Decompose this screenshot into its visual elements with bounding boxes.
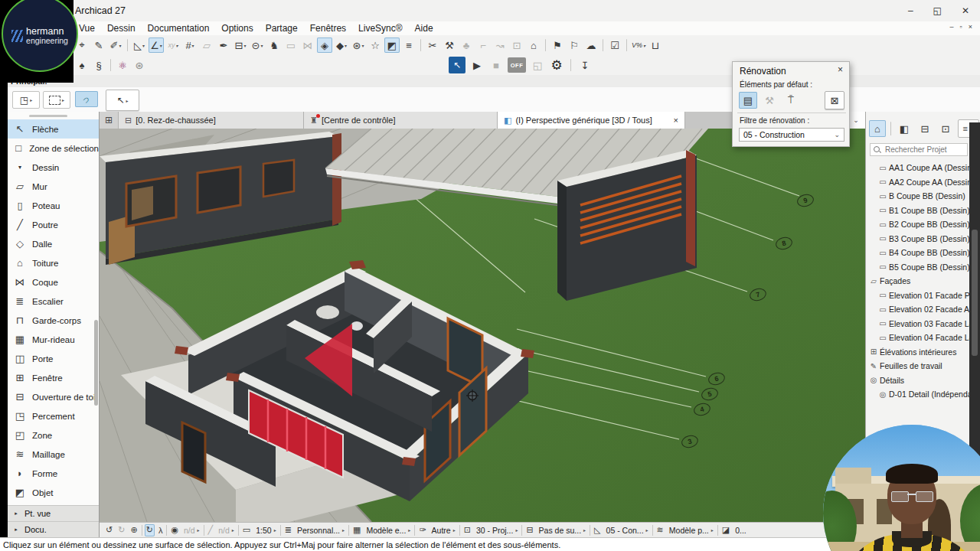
navigator-item[interactable]: ▭ Elevation 04 Facade Later <box>866 331 970 345</box>
navigator-item[interactable]: ⊞ Élévations intérieures <box>866 345 970 360</box>
view-setting-control[interactable]: Autre ▸ <box>430 524 457 536</box>
view-setting-control[interactable]: ▭ <box>241 524 252 536</box>
toolbox-item[interactable]: ◳ Percement <box>8 406 99 425</box>
toolbar-button[interactable]: ⌂ <box>526 37 541 53</box>
view-setting-control[interactable]: λ <box>157 524 165 536</box>
window-restore-button[interactable]: ◱ <box>933 5 942 16</box>
tab-close-icon[interactable]: × <box>668 116 678 125</box>
toolbar-button[interactable]: ♠ <box>74 57 90 73</box>
navigator-item[interactable]: ▱ Façades <box>866 274 970 289</box>
view-setting-control[interactable]: Personnal... ▸ <box>296 524 346 536</box>
toolbar-button[interactable]: ⊛ <box>132 57 147 73</box>
view-setting-control[interactable]: ≣ <box>283 524 293 536</box>
marquee-selection-button[interactable]: ▸ <box>43 91 70 109</box>
view-setting-control[interactable] <box>166 525 167 536</box>
navigator-item[interactable]: ▭ AA2 Coupe AA (Dessin) <box>866 175 970 190</box>
toolbox-item[interactable]: ▦ Mur-rideau <box>8 330 99 349</box>
window-minimize-button[interactable]: – <box>908 5 913 16</box>
toolbar-button[interactable] <box>545 39 546 51</box>
toolbar-button[interactable]: ⚐ <box>567 37 582 53</box>
toolbar-button[interactable]: ↧ <box>577 57 593 73</box>
view-setting-control[interactable]: 0... <box>733 524 748 536</box>
toolbar-button[interactable]: ◆▾ <box>334 37 349 53</box>
toolbar-button[interactable]: ✎ <box>91 37 106 53</box>
view-setting-control[interactable] <box>414 525 415 536</box>
toolbar-button[interactable]: ◱ <box>530 57 545 73</box>
toolbar-button[interactable]: ⚛ <box>115 57 130 73</box>
navigator-item[interactable]: ◎ D-01 Detail (Indépendant <box>866 387 970 402</box>
toolbar-button[interactable]: #▾ <box>182 37 198 53</box>
toolbox-scrollbar[interactable] <box>94 320 98 406</box>
toolbox-item[interactable]: ◩ Objet <box>8 483 99 502</box>
toolbar-button[interactable] <box>127 39 128 51</box>
toolbox-item[interactable]: ╱ Poutre <box>8 215 99 234</box>
toolbar-button[interactable]: V%▾ <box>631 37 646 53</box>
toolbar-button[interactable]: ☑ <box>607 37 622 53</box>
menu-item[interactable]: Dessin <box>101 23 142 34</box>
toolbar-button[interactable]: ◺▾ <box>132 37 147 53</box>
toolbar-button[interactable]: ⊟▾ <box>233 37 248 53</box>
tab-overview-button[interactable]: ⊞ <box>100 112 119 129</box>
view-setting-control[interactable]: Pas de su... ▸ <box>537 524 587 536</box>
palette-drag-handle[interactable] <box>29 115 67 117</box>
view-setting-control[interactable]: ⊟ <box>524 524 534 536</box>
navigator-item[interactable]: ▭ Elevation 01 Facade Princ <box>866 289 970 303</box>
toolbar-button[interactable]: ■ <box>488 57 504 73</box>
toolbar-button[interactable]: ⊔ <box>648 37 663 53</box>
toolbox-item[interactable]: ⊓ Garde-corps <box>8 311 99 330</box>
navigator-item[interactable]: ▭ B1 Coupe BB (Dessin) <box>866 204 970 218</box>
toolbox-item[interactable]: □ Zone de sélection <box>8 139 99 158</box>
view-setting-control[interactable] <box>238 525 239 536</box>
view-setting-control[interactable] <box>280 525 281 536</box>
view-setting-control[interactable]: ◪ <box>720 524 731 536</box>
toolbar-button[interactable]: xy▾ <box>165 37 181 53</box>
renovation-status-button[interactable]: ⊠ <box>825 91 844 109</box>
doc-restore-button[interactable]: ▫ <box>960 23 962 31</box>
view-setting-control[interactable] <box>590 525 590 536</box>
navigator-view-button[interactable]: ⊟ <box>916 120 933 137</box>
navigator-item[interactable]: ▭ B Coupe BB (Dessin) <box>866 189 970 204</box>
gravity-magnet-button[interactable]: ∩ <box>75 91 98 107</box>
cursor-mode-button[interactable]: ↖ ▸ <box>106 90 139 111</box>
view-setting-control[interactable] <box>204 525 204 536</box>
view-setting-control[interactable]: ≋ <box>655 524 665 536</box>
view-tab[interactable]: ◧ (I) Perspective générique [3D / Tous] … <box>498 112 685 129</box>
toolbar-button[interactable]: § <box>91 57 106 73</box>
menu-item[interactable]: Documentation <box>142 23 216 34</box>
3d-model-scene[interactable] <box>100 129 865 522</box>
menu-item[interactable]: Aide <box>409 23 439 34</box>
toolbar-button[interactable]: ◩ <box>384 37 400 53</box>
viewport-3d[interactable]: 9 8 7 6 5 4 3 <box>100 129 865 522</box>
view-setting-control[interactable]: Modèle e... ▸ <box>364 524 412 536</box>
toolbox-item[interactable]: ⌂ Toiture <box>8 253 99 272</box>
view-setting-control[interactable]: ╱ <box>207 524 215 536</box>
toolbar-button[interactable]: ☁ <box>583 37 599 53</box>
toolbar-button[interactable]: ✐▾ <box>108 37 123 53</box>
navigator-view-button[interactable] <box>890 122 891 135</box>
navigator-search[interactable] <box>870 143 968 156</box>
navigator-view-button[interactable]: ◧ <box>896 120 913 137</box>
toolbox-item[interactable]: ◫ Porte <box>8 349 99 368</box>
navigator-item[interactable]: ▭ B3 Coupe BB (Dessin) <box>866 232 970 246</box>
toolbar-button[interactable]: ☆ <box>368 37 383 53</box>
view-setting-control[interactable]: ◉ <box>169 524 180 536</box>
renovation-status-button[interactable]: ▤ <box>739 92 757 109</box>
window-close-button[interactable]: ✕ <box>962 5 969 16</box>
view-setting-control[interactable]: ✑ <box>417 524 427 536</box>
navigator-view-button[interactable]: ⌂ <box>869 120 886 137</box>
navigator-view-button[interactable]: ⊡ <box>937 120 954 137</box>
toolbar-button[interactable]: ⊝▾ <box>250 37 265 53</box>
toolbox-item[interactable]: ▱ Mur <box>8 177 99 196</box>
toolbar-button[interactable]: ▱ <box>199 37 214 53</box>
toolbox-item[interactable]: ⊟ Ouverture de toit <box>8 387 99 406</box>
view-setting-control[interactable]: ↻ <box>145 524 155 536</box>
toolbar-button[interactable]: ⚙ <box>549 57 564 73</box>
toolbox-section-header[interactable]: ▸ Pt. vue <box>8 505 99 521</box>
menu-item[interactable]: Fenêtres <box>304 23 352 34</box>
toolbar-button[interactable]: ⊛▾ <box>351 37 366 53</box>
toolbox-item[interactable]: ◗ Forme <box>8 464 99 483</box>
menu-item[interactable]: Partage <box>260 23 304 34</box>
toolbar-button[interactable]: ⋈ <box>300 37 315 53</box>
doc-close-button[interactable]: × <box>969 23 972 31</box>
view-setting-control[interactable] <box>348 525 349 536</box>
